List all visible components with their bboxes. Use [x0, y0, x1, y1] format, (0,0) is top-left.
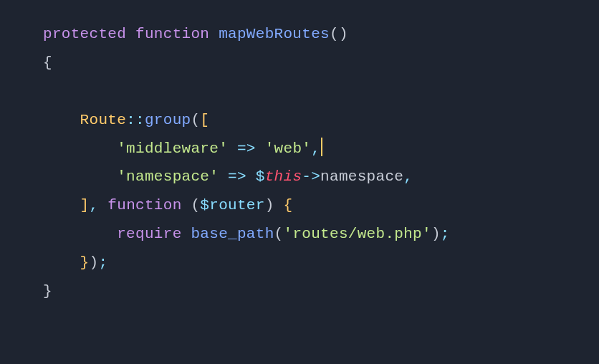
- code-line-3: Route::group([: [43, 112, 209, 128]
- paren-open: (: [274, 226, 284, 242]
- code-line-9: }: [43, 283, 52, 300]
- paren-open: (: [330, 26, 339, 42]
- code-line-4: 'middleware' => 'web',: [43, 140, 322, 157]
- method-group: group: [145, 112, 191, 128]
- code-line-7: require base_path('routes/web.php');: [43, 226, 450, 242]
- keyword-require: require: [117, 226, 181, 242]
- function-basepath: base_path: [191, 226, 274, 242]
- code-line-1: protected function mapWebRoutes(): [43, 26, 348, 42]
- array-key-middleware: 'middleware': [117, 140, 228, 157]
- square-bracket-open: [: [200, 112, 209, 128]
- code-line-5: 'namespace' => $this->namespace,: [43, 168, 413, 185]
- brace-open: {: [284, 197, 293, 214]
- dollar-sign: $: [256, 168, 265, 185]
- square-bracket-close: ]: [80, 197, 90, 214]
- paren-close: ): [339, 26, 348, 42]
- brace-close: }: [80, 254, 90, 271]
- var-router: $router: [200, 197, 264, 214]
- semicolon: ;: [441, 226, 450, 242]
- fat-arrow: =>: [228, 168, 246, 185]
- paren-open: (: [191, 197, 200, 214]
- array-key-namespace: 'namespace': [117, 168, 219, 185]
- comma: ,: [403, 168, 413, 185]
- paren-open: (: [191, 112, 200, 128]
- code-editor[interactable]: protected function mapWebRoutes() { Rout…: [0, 0, 599, 306]
- keyword-protected: protected: [43, 26, 126, 42]
- brace-close: }: [43, 283, 52, 300]
- this-keyword: this: [265, 168, 302, 185]
- text-cursor: [321, 138, 322, 156]
- keyword-function: function: [135, 26, 209, 42]
- paren-close: ): [90, 254, 99, 271]
- semicolon: ;: [98, 254, 107, 271]
- code-line-6: ], function ($router) {: [43, 197, 292, 214]
- code-line-2: {: [43, 54, 52, 71]
- double-colon: ::: [126, 112, 145, 128]
- comma: ,: [90, 197, 99, 214]
- keyword-function: function: [107, 197, 181, 214]
- function-name: mapWebRoutes: [219, 26, 330, 42]
- property-namespace: namespace: [320, 168, 403, 185]
- object-arrow: ->: [302, 168, 320, 185]
- fat-arrow: =>: [237, 140, 256, 157]
- paren-close: ): [265, 197, 274, 214]
- brace-open: {: [43, 54, 52, 71]
- comma: ,: [311, 140, 320, 157]
- paren-close: ): [431, 226, 441, 242]
- code-line-8: });: [43, 254, 107, 271]
- class-route: Route: [80, 112, 127, 128]
- array-val-web: 'web': [265, 140, 312, 157]
- string-routes-web: 'routes/web.php': [283, 226, 431, 242]
